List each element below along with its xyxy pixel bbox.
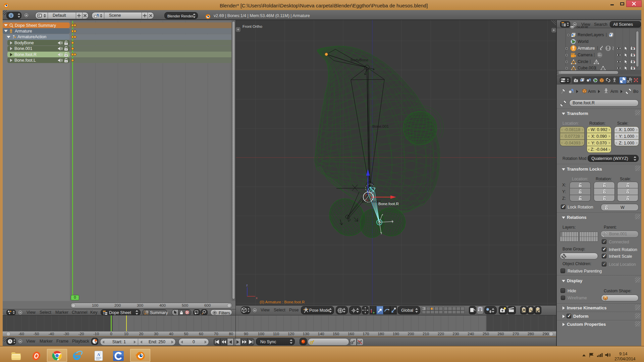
svg-text:Bone.foot.R: Bone.foot.R [378, 202, 399, 206]
svg-text:Front Ortho: Front Ortho [243, 24, 262, 28]
svg-text:z: z [246, 284, 248, 287]
svg-text:x: x [256, 296, 258, 300]
svg-text:Scene: Scene [576, 26, 588, 29]
svg-text:Bone.001: Bone.001 [372, 124, 389, 128]
svg-text:(0) Armature : Bone.foot.R: (0) Armature : Bone.foot.R [260, 300, 305, 304]
svg-text:BodyBone: BodyBone [351, 58, 368, 62]
svg-text:i: i [10, 13, 11, 17]
